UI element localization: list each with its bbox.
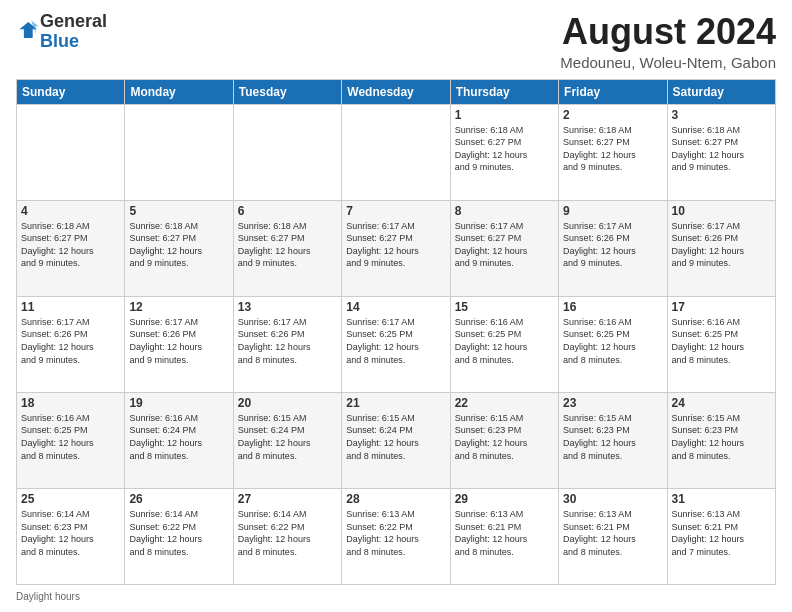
calendar-cell: 29Sunrise: 6:13 AM Sunset: 6:21 PM Dayli…: [450, 488, 558, 584]
calendar-cell: 25Sunrise: 6:14 AM Sunset: 6:23 PM Dayli…: [17, 488, 125, 584]
day-info: Sunrise: 6:17 AM Sunset: 6:25 PM Dayligh…: [346, 316, 445, 366]
day-info: Sunrise: 6:17 AM Sunset: 6:27 PM Dayligh…: [455, 220, 554, 270]
col-monday: Monday: [125, 79, 233, 104]
calendar-cell: 8Sunrise: 6:17 AM Sunset: 6:27 PM Daylig…: [450, 200, 558, 296]
calendar-cell: 3Sunrise: 6:18 AM Sunset: 6:27 PM Daylig…: [667, 104, 775, 200]
calendar-week-4: 18Sunrise: 6:16 AM Sunset: 6:25 PM Dayli…: [17, 392, 776, 488]
calendar-cell: 18Sunrise: 6:16 AM Sunset: 6:25 PM Dayli…: [17, 392, 125, 488]
calendar-cell: 23Sunrise: 6:15 AM Sunset: 6:23 PM Dayli…: [559, 392, 667, 488]
day-info: Sunrise: 6:18 AM Sunset: 6:27 PM Dayligh…: [563, 124, 662, 174]
day-number: 8: [455, 204, 554, 218]
day-info: Sunrise: 6:18 AM Sunset: 6:27 PM Dayligh…: [129, 220, 228, 270]
calendar-cell: 21Sunrise: 6:15 AM Sunset: 6:24 PM Dayli…: [342, 392, 450, 488]
header-row: Sunday Monday Tuesday Wednesday Thursday…: [17, 79, 776, 104]
day-number: 25: [21, 492, 120, 506]
calendar-header: Sunday Monday Tuesday Wednesday Thursday…: [17, 79, 776, 104]
day-number: 26: [129, 492, 228, 506]
calendar-cell: 10Sunrise: 6:17 AM Sunset: 6:26 PM Dayli…: [667, 200, 775, 296]
day-number: 11: [21, 300, 120, 314]
day-number: 28: [346, 492, 445, 506]
calendar-cell: 16Sunrise: 6:16 AM Sunset: 6:25 PM Dayli…: [559, 296, 667, 392]
day-number: 30: [563, 492, 662, 506]
day-number: 13: [238, 300, 337, 314]
calendar-cell: [17, 104, 125, 200]
day-number: 14: [346, 300, 445, 314]
day-info: Sunrise: 6:14 AM Sunset: 6:22 PM Dayligh…: [238, 508, 337, 558]
day-info: Sunrise: 6:18 AM Sunset: 6:27 PM Dayligh…: [238, 220, 337, 270]
calendar-cell: 9Sunrise: 6:17 AM Sunset: 6:26 PM Daylig…: [559, 200, 667, 296]
day-number: 1: [455, 108, 554, 122]
day-info: Sunrise: 6:14 AM Sunset: 6:23 PM Dayligh…: [21, 508, 120, 558]
day-number: 9: [563, 204, 662, 218]
header: General Blue August 2024 Medouneu, Woleu…: [16, 12, 776, 71]
day-info: Sunrise: 6:17 AM Sunset: 6:26 PM Dayligh…: [672, 220, 771, 270]
calendar-cell: 26Sunrise: 6:14 AM Sunset: 6:22 PM Dayli…: [125, 488, 233, 584]
day-info: Sunrise: 6:17 AM Sunset: 6:26 PM Dayligh…: [129, 316, 228, 366]
day-info: Sunrise: 6:14 AM Sunset: 6:22 PM Dayligh…: [129, 508, 228, 558]
day-info: Sunrise: 6:18 AM Sunset: 6:27 PM Dayligh…: [672, 124, 771, 174]
calendar-title: August 2024: [560, 12, 776, 52]
day-number: 18: [21, 396, 120, 410]
calendar-cell: 22Sunrise: 6:15 AM Sunset: 6:23 PM Dayli…: [450, 392, 558, 488]
calendar-cell: 4Sunrise: 6:18 AM Sunset: 6:27 PM Daylig…: [17, 200, 125, 296]
day-info: Sunrise: 6:15 AM Sunset: 6:23 PM Dayligh…: [563, 412, 662, 462]
calendar-cell: [233, 104, 341, 200]
day-info: Sunrise: 6:17 AM Sunset: 6:26 PM Dayligh…: [21, 316, 120, 366]
day-number: 4: [21, 204, 120, 218]
logo-general-text: General: [40, 11, 107, 31]
calendar-cell: 13Sunrise: 6:17 AM Sunset: 6:26 PM Dayli…: [233, 296, 341, 392]
calendar-cell: 17Sunrise: 6:16 AM Sunset: 6:25 PM Dayli…: [667, 296, 775, 392]
day-number: 22: [455, 396, 554, 410]
col-wednesday: Wednesday: [342, 79, 450, 104]
calendar-cell: 6Sunrise: 6:18 AM Sunset: 6:27 PM Daylig…: [233, 200, 341, 296]
day-number: 5: [129, 204, 228, 218]
day-number: 3: [672, 108, 771, 122]
calendar-week-3: 11Sunrise: 6:17 AM Sunset: 6:26 PM Dayli…: [17, 296, 776, 392]
day-number: 27: [238, 492, 337, 506]
day-info: Sunrise: 6:16 AM Sunset: 6:25 PM Dayligh…: [455, 316, 554, 366]
calendar-table: Sunday Monday Tuesday Wednesday Thursday…: [16, 79, 776, 585]
calendar-body: 1Sunrise: 6:18 AM Sunset: 6:27 PM Daylig…: [17, 104, 776, 584]
calendar-cell: 2Sunrise: 6:18 AM Sunset: 6:27 PM Daylig…: [559, 104, 667, 200]
calendar-cell: 5Sunrise: 6:18 AM Sunset: 6:27 PM Daylig…: [125, 200, 233, 296]
calendar-cell: 31Sunrise: 6:13 AM Sunset: 6:21 PM Dayli…: [667, 488, 775, 584]
day-number: 31: [672, 492, 771, 506]
col-tuesday: Tuesday: [233, 79, 341, 104]
day-number: 10: [672, 204, 771, 218]
day-info: Sunrise: 6:16 AM Sunset: 6:25 PM Dayligh…: [672, 316, 771, 366]
day-number: 24: [672, 396, 771, 410]
calendar-cell: 1Sunrise: 6:18 AM Sunset: 6:27 PM Daylig…: [450, 104, 558, 200]
title-block: August 2024 Medouneu, Woleu-Ntem, Gabon: [560, 12, 776, 71]
day-number: 20: [238, 396, 337, 410]
day-number: 12: [129, 300, 228, 314]
calendar-week-5: 25Sunrise: 6:14 AM Sunset: 6:23 PM Dayli…: [17, 488, 776, 584]
day-info: Sunrise: 6:15 AM Sunset: 6:23 PM Dayligh…: [672, 412, 771, 462]
day-info: Sunrise: 6:15 AM Sunset: 6:24 PM Dayligh…: [346, 412, 445, 462]
calendar-subtitle: Medouneu, Woleu-Ntem, Gabon: [560, 54, 776, 71]
page: General Blue August 2024 Medouneu, Woleu…: [0, 0, 792, 612]
calendar-cell: 24Sunrise: 6:15 AM Sunset: 6:23 PM Dayli…: [667, 392, 775, 488]
calendar-cell: 19Sunrise: 6:16 AM Sunset: 6:24 PM Dayli…: [125, 392, 233, 488]
col-saturday: Saturday: [667, 79, 775, 104]
day-info: Sunrise: 6:17 AM Sunset: 6:26 PM Dayligh…: [238, 316, 337, 366]
calendar-cell: 7Sunrise: 6:17 AM Sunset: 6:27 PM Daylig…: [342, 200, 450, 296]
calendar-cell: [342, 104, 450, 200]
calendar-cell: 11Sunrise: 6:17 AM Sunset: 6:26 PM Dayli…: [17, 296, 125, 392]
calendar-cell: 14Sunrise: 6:17 AM Sunset: 6:25 PM Dayli…: [342, 296, 450, 392]
day-number: 7: [346, 204, 445, 218]
day-number: 15: [455, 300, 554, 314]
day-number: 16: [563, 300, 662, 314]
day-info: Sunrise: 6:18 AM Sunset: 6:27 PM Dayligh…: [455, 124, 554, 174]
day-number: 19: [129, 396, 228, 410]
calendar-cell: 27Sunrise: 6:14 AM Sunset: 6:22 PM Dayli…: [233, 488, 341, 584]
calendar-cell: 15Sunrise: 6:16 AM Sunset: 6:25 PM Dayli…: [450, 296, 558, 392]
logo-blue-text: Blue: [40, 31, 79, 51]
day-number: 2: [563, 108, 662, 122]
logo: General Blue: [16, 12, 107, 52]
calendar-cell: 30Sunrise: 6:13 AM Sunset: 6:21 PM Dayli…: [559, 488, 667, 584]
calendar-week-2: 4Sunrise: 6:18 AM Sunset: 6:27 PM Daylig…: [17, 200, 776, 296]
calendar-cell: 20Sunrise: 6:15 AM Sunset: 6:24 PM Dayli…: [233, 392, 341, 488]
calendar-cell: [125, 104, 233, 200]
day-info: Sunrise: 6:17 AM Sunset: 6:26 PM Dayligh…: [563, 220, 662, 270]
col-thursday: Thursday: [450, 79, 558, 104]
